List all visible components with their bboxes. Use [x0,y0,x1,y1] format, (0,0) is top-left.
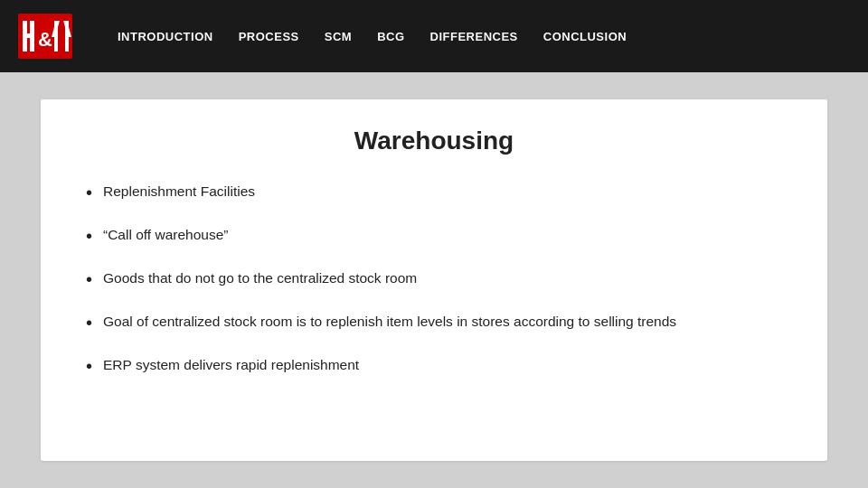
nav-item-process[interactable]: PROCESS [239,30,299,43]
bullet-dot-0: • [86,179,92,206]
bullet-item-2: • Goods that do not go to the centralize… [86,267,782,293]
bullet-text-3: Goal of centralized stock room is to rep… [103,311,782,332]
bullet-list: • Replenishment Facilities • “Call off w… [86,181,782,380]
bullet-dot-1: • [86,222,92,249]
content-wrapper: Warehousing • Replenishment Facilities •… [0,72,868,488]
bullet-item-0: • Replenishment Facilities [86,181,782,206]
bullet-item-3: • Goal of centralized stock room is to r… [86,311,782,336]
svg-rect-3 [30,21,34,52]
nav-item-bcg[interactable]: BCG [377,30,404,43]
nav-item-conclusion[interactable]: CONCLUSION [543,30,627,43]
navbar: & INTRODUCTION PROCESS SCM BCG DIFFERENC… [0,0,868,72]
svg-text:&: & [38,28,52,51]
nav-items: INTRODUCTION PROCESS SCM BCG DIFFERENCES… [118,30,850,43]
logo: & [18,14,72,59]
bullet-text-2: Goods that do not go to the centralized … [103,267,782,288]
bullet-dot-2: • [86,266,92,293]
bullet-item-4: • ERP system delivers rapid replenishmen… [86,354,782,380]
bullet-item-1: • “Call off warehouse” [86,224,782,249]
nav-item-introduction[interactable]: INTRODUCTION [118,30,213,43]
svg-rect-8 [65,21,69,52]
hm-logo-icon: & [18,14,72,59]
bullet-text-0: Replenishment Facilities [103,181,782,202]
bullet-dot-4: • [86,352,92,380]
nav-item-scm[interactable]: SCM [325,30,352,43]
bullet-text-1: “Call off warehouse” [103,224,782,245]
card-title: Warehousing [86,127,782,155]
bullet-text-4: ERP system delivers rapid replenishment [103,354,782,375]
nav-item-differences[interactable]: DIFFERENCES [430,30,518,43]
content-card: Warehousing • Replenishment Facilities •… [41,99,827,461]
bullet-dot-3: • [86,309,92,336]
